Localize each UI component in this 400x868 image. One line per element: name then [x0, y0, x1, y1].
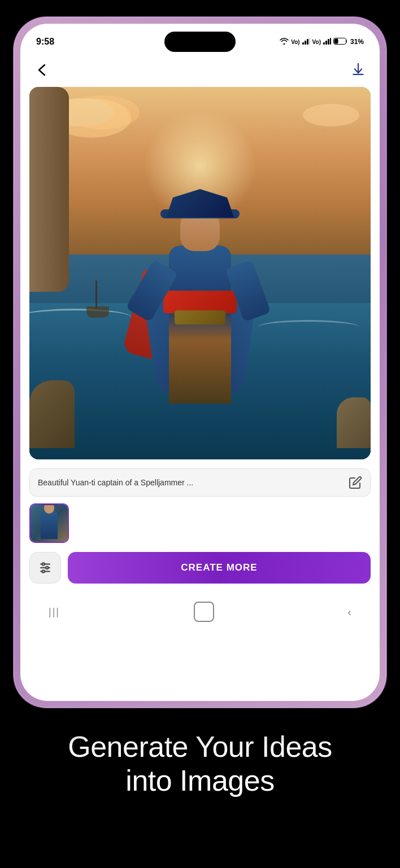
- edit-icon[interactable]: [349, 476, 362, 489]
- settings-button[interactable]: [29, 552, 61, 584]
- lte2-label: Vo): [312, 39, 321, 45]
- svg-rect-0: [302, 42, 304, 45]
- char-belt: [175, 310, 225, 325]
- scene-rock-right: [337, 397, 371, 448]
- battery-percent: 31%: [350, 38, 364, 46]
- char-hat: [166, 189, 234, 217]
- tagline-line1: Generate Your Ideas: [68, 730, 332, 764]
- scene-ship: [81, 278, 115, 318]
- svg-rect-4: [323, 42, 325, 45]
- svg-rect-1: [305, 41, 306, 45]
- lte1-label: Vo): [291, 39, 299, 45]
- svg-point-14: [46, 567, 48, 569]
- action-bar: CREATE MORE: [20, 552, 380, 595]
- tagline-line2: into Images: [68, 764, 332, 798]
- thumbnail-item[interactable]: [29, 503, 69, 543]
- signal-bars-2: [323, 38, 331, 46]
- svg-rect-9: [334, 39, 338, 44]
- svg-rect-6: [328, 39, 329, 45]
- char-body: [169, 246, 231, 404]
- phone-device: 9:58 Vo): [14, 17, 386, 708]
- svg-point-13: [42, 563, 45, 565]
- char-red-sash: [163, 291, 237, 313]
- create-more-label: CREATE MORE: [181, 562, 257, 573]
- scene-wave-2: [258, 320, 359, 334]
- signal-icon: [280, 38, 289, 46]
- thumb-figure: [41, 511, 58, 539]
- prompt-section: Beautiful Yuan-ti captain of a Spelljamm…: [20, 459, 380, 503]
- scene-cliff-left: [29, 87, 69, 292]
- prompt-text: Beautiful Yuan-ti captain of a Spelljamm…: [38, 478, 343, 487]
- scene-cloud-2: [303, 104, 359, 126]
- home-recents-icon[interactable]: |||: [49, 606, 60, 618]
- battery-icon: [333, 38, 348, 46]
- home-indicator-area: ||| ‹: [20, 595, 380, 633]
- home-back-icon[interactable]: ‹: [347, 606, 351, 619]
- thumbnail-strip: [20, 503, 380, 552]
- generated-image: [29, 87, 371, 459]
- create-more-button[interactable]: CREATE MORE: [68, 552, 371, 584]
- status-time: 9:58: [36, 37, 54, 47]
- svg-rect-2: [307, 39, 308, 45]
- svg-rect-7: [330, 38, 331, 45]
- svg-rect-3: [309, 38, 310, 45]
- status-icons: Vo) Vo): [280, 38, 364, 46]
- home-button[interactable]: [194, 602, 214, 622]
- svg-rect-5: [325, 41, 327, 45]
- thumbnail-canvas: [31, 505, 68, 542]
- signal-bars-1: [302, 38, 310, 46]
- main-image-container: [29, 87, 371, 459]
- character-figure: [132, 166, 268, 404]
- phone-outer-shell: 9:58 Vo): [14, 17, 386, 708]
- scene-rock-left: [29, 380, 75, 448]
- svg-point-15: [42, 570, 45, 572]
- prompt-bar[interactable]: Beautiful Yuan-ti captain of a Spelljamm…: [29, 468, 371, 497]
- nav-bar: [20, 55, 380, 87]
- dynamic-island: [164, 32, 236, 52]
- thumb-hat: [41, 503, 57, 505]
- back-button[interactable]: [32, 60, 52, 80]
- phone-screen: 9:58 Vo): [20, 24, 380, 701]
- tagline-section: Generate Your Ideas into Images: [45, 708, 355, 821]
- download-button[interactable]: [348, 60, 368, 80]
